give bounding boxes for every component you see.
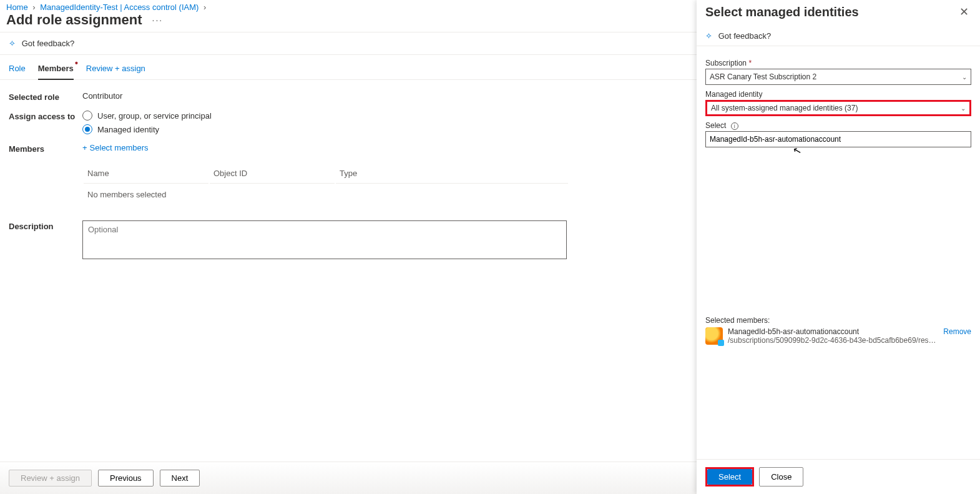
select-search-input[interactable] — [705, 131, 971, 147]
member-path: /subscriptions/509099b2-9d2c-4636-b43e-b… — [728, 336, 938, 345]
panel-footer: Select Close — [697, 459, 980, 494]
members-table: Name Object ID Type No members selected — [82, 162, 569, 205]
close-button[interactable]: Close — [759, 467, 803, 487]
tab-role[interactable]: Role — [9, 59, 26, 79]
select-button[interactable]: Select — [707, 469, 752, 485]
select-label: Select i — [705, 121, 971, 130]
next-button[interactable]: Next — [160, 470, 200, 487]
panel-title: Select managed identities — [705, 5, 859, 19]
managed-identity-select[interactable]: All system-assigned managed identities (… — [705, 100, 971, 116]
panel-feedback-link[interactable]: Got feedback? — [718, 31, 772, 41]
chevron-down-icon: ⌄ — [962, 74, 967, 81]
chevron-down-icon: ⌄ — [961, 105, 966, 112]
col-type: Type — [336, 164, 568, 184]
main-footer: Review + assign Previous Next — [0, 462, 697, 494]
description-input[interactable] — [82, 220, 567, 259]
feedback-icon: ✧ — [705, 31, 712, 41]
breadcrumb-iam[interactable]: ManagedIdentity-Test | Access control (I… — [40, 2, 198, 12]
chevron-right-icon: › — [32, 2, 35, 12]
no-members-text: No members selected — [84, 185, 568, 204]
selected-members-label: Selected members: — [705, 316, 971, 325]
radio-icon — [82, 124, 92, 134]
more-icon[interactable]: ··· — [152, 15, 164, 25]
description-label: Description — [9, 220, 82, 231]
remove-link[interactable]: Remove — [943, 327, 971, 336]
radio-label: User, group, or service principal — [97, 111, 212, 121]
review-assign-button: Review + assign — [9, 470, 92, 487]
feedback-link[interactable]: Got feedback? — [22, 39, 75, 48]
feedback-icon: ✧ — [9, 39, 16, 48]
select-value: All system-assigned managed identities (… — [711, 104, 858, 112]
required-indicator: • — [75, 60, 78, 66]
link-text: Select members — [90, 143, 149, 152]
selected-member-row: ManagedId-b5h-asr-automationaccount /sub… — [705, 327, 971, 345]
radio-icon — [82, 111, 92, 121]
required-indicator: * — [748, 59, 752, 67]
plus-icon: + — [82, 143, 87, 152]
page-title: Add role assignment — [6, 12, 142, 28]
select-managed-identities-panel: Select managed identities ✕ ✧ Got feedba… — [697, 0, 980, 494]
tab-review-assign[interactable]: Review + assign — [86, 59, 145, 79]
breadcrumb-home[interactable]: Home — [6, 2, 28, 12]
managed-identity-icon — [705, 327, 723, 345]
chevron-right-icon: › — [203, 2, 206, 12]
subscription-label: Subscription * — [705, 59, 971, 67]
radio-label: Managed identity — [97, 125, 159, 134]
close-icon[interactable]: ✕ — [957, 2, 971, 21]
tab-label: Members — [38, 64, 74, 73]
subscription-select[interactable]: ASR Canary Test Subscription 2 ⌄ — [705, 69, 971, 85]
members-label: Members — [9, 143, 82, 154]
col-name: Name — [84, 164, 208, 184]
select-value: ASR Canary Test Subscription 2 — [710, 72, 816, 81]
assign-access-label: Assign access to — [9, 111, 82, 121]
select-button-highlight: Select — [705, 467, 754, 487]
info-icon[interactable]: i — [731, 122, 738, 130]
tab-members[interactable]: Members • — [38, 59, 74, 79]
selected-role-label: Selected role — [9, 91, 82, 102]
col-object-id: Object ID — [210, 164, 335, 184]
member-name: ManagedId-b5h-asr-automationaccount — [728, 327, 938, 336]
select-members-link[interactable]: +Select members — [82, 143, 149, 152]
managed-identity-label: Managed identity — [705, 90, 971, 99]
previous-button[interactable]: Previous — [98, 470, 154, 487]
